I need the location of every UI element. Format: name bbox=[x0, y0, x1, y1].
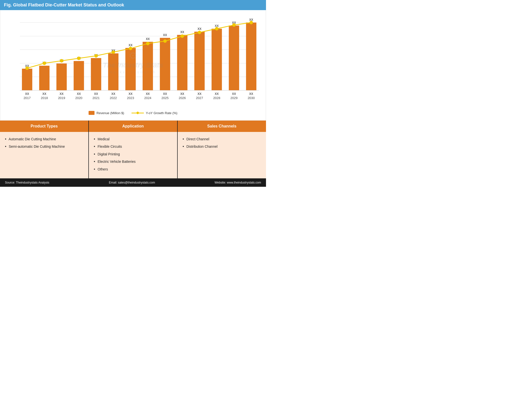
svg-text:2017: 2017 bbox=[23, 96, 31, 100]
footer: Source: Theindustrystats Analysis Email:… bbox=[0, 178, 266, 187]
svg-text:XX: XX bbox=[60, 92, 64, 96]
svg-text:XX: XX bbox=[197, 27, 201, 31]
list-item: Automatic Die Cutting Machine bbox=[5, 136, 83, 142]
svg-text:XX: XX bbox=[163, 92, 167, 96]
page-header: Fig. Global Flatbed Die-Cutter Market St… bbox=[0, 0, 266, 10]
svg-text:XX: XX bbox=[129, 43, 133, 47]
dot-2027 bbox=[198, 31, 201, 34]
legend-bar-icon bbox=[89, 111, 95, 115]
svg-text:XX: XX bbox=[197, 92, 201, 96]
svg-text:XX: XX bbox=[129, 92, 133, 96]
dot-2029 bbox=[232, 23, 235, 26]
svg-text:2020: 2020 bbox=[75, 96, 82, 100]
dot-2024 bbox=[146, 42, 149, 45]
dot-2017 bbox=[26, 67, 29, 70]
dot-2020 bbox=[77, 57, 80, 60]
svg-text:2021: 2021 bbox=[93, 96, 100, 100]
list-item: Distribution Channel bbox=[183, 144, 261, 149]
legend-revenue: Revenue (Million $) bbox=[89, 111, 124, 115]
svg-text:XX: XX bbox=[25, 92, 29, 96]
svg-text:2025: 2025 bbox=[161, 96, 169, 100]
dot-2025 bbox=[164, 40, 167, 42]
legend-growth: Y-oY Growth Rate (%) bbox=[132, 111, 177, 115]
dot-2018 bbox=[43, 62, 46, 65]
svg-text:2030: 2030 bbox=[248, 96, 255, 100]
product-types-body: Automatic Die Cutting Machine Semi-autom… bbox=[0, 132, 88, 178]
svg-text:2028: 2028 bbox=[213, 96, 220, 100]
svg-text:2026: 2026 bbox=[179, 96, 186, 100]
bar-2025 bbox=[160, 38, 170, 90]
svg-text:XX: XX bbox=[215, 92, 219, 96]
svg-text:XX: XX bbox=[180, 92, 184, 96]
list-item: Semi-automatic Die Cutting Machine bbox=[5, 144, 83, 149]
svg-text:2024: 2024 bbox=[144, 96, 151, 100]
chart-container: ⚙ The Industry Stats market research XX … bbox=[5, 15, 261, 109]
svg-text:XX: XX bbox=[42, 92, 46, 96]
bar-2028 bbox=[211, 29, 222, 90]
dot-2028 bbox=[215, 27, 218, 30]
bar-2020 bbox=[74, 61, 84, 90]
list-item: Digital Printing bbox=[94, 151, 172, 157]
chart-legend: Revenue (Million $) Y-oY Growth Rate (%) bbox=[5, 109, 261, 118]
list-item: Direct Channel bbox=[183, 136, 261, 142]
svg-text:XX: XX bbox=[146, 92, 150, 96]
legend-dot-icon bbox=[136, 112, 139, 114]
dot-2022 bbox=[112, 51, 115, 54]
list-item: Electric Vehicle Batteries bbox=[94, 159, 172, 164]
bar-2018 bbox=[39, 66, 50, 90]
svg-text:2023: 2023 bbox=[127, 96, 134, 100]
bottom-section: Product Types Automatic Die Cutting Mach… bbox=[0, 121, 266, 178]
dot-2019 bbox=[60, 59, 63, 62]
list-item: Others bbox=[94, 167, 172, 172]
bar-2029 bbox=[229, 25, 239, 90]
dot-2030 bbox=[250, 21, 253, 24]
product-types-list: Automatic Die Cutting Machine Semi-autom… bbox=[5, 136, 83, 149]
bar-2030 bbox=[246, 22, 256, 90]
list-item: Flexible Circuits bbox=[94, 144, 172, 149]
svg-text:XX: XX bbox=[94, 92, 98, 96]
application-card: Application Medical Flexible Circuits Di… bbox=[89, 121, 177, 178]
svg-text:XX: XX bbox=[77, 92, 81, 96]
sales-channels-list: Direct Channel Distribution Channel bbox=[183, 136, 261, 149]
footer-source: Source: Theindustrystats Analysis bbox=[5, 181, 49, 184]
sales-channels-header: Sales Channels bbox=[178, 121, 266, 132]
dot-2023 bbox=[129, 47, 132, 50]
svg-text:XX: XX bbox=[111, 92, 115, 96]
bar-2019 bbox=[57, 63, 67, 90]
legend-revenue-label: Revenue (Million $) bbox=[96, 111, 124, 115]
application-body: Medical Flexible Circuits Digital Printi… bbox=[89, 132, 177, 178]
bar-2023 bbox=[125, 48, 136, 90]
svg-text:2022: 2022 bbox=[110, 96, 117, 100]
svg-text:2018: 2018 bbox=[41, 96, 48, 100]
svg-text:2019: 2019 bbox=[58, 96, 65, 100]
svg-text:2029: 2029 bbox=[230, 96, 238, 100]
footer-email: Email: sales@theindustrystats.com bbox=[109, 181, 155, 184]
bar-2027 bbox=[194, 32, 205, 90]
svg-text:XX: XX bbox=[146, 37, 150, 41]
dot-2026 bbox=[181, 35, 184, 38]
bar-2024 bbox=[143, 42, 153, 90]
sales-channels-body: Direct Channel Distribution Channel bbox=[178, 132, 266, 178]
dot-2021 bbox=[95, 54, 97, 57]
sales-channels-card: Sales Channels Direct Channel Distributi… bbox=[178, 121, 266, 178]
bar-2021 bbox=[91, 58, 101, 90]
svg-text:XX: XX bbox=[163, 33, 167, 37]
svg-text:XX: XX bbox=[249, 92, 253, 96]
legend-growth-label: Y-oY Growth Rate (%) bbox=[146, 111, 177, 115]
svg-text:XX: XX bbox=[180, 30, 184, 34]
bar-2017 bbox=[22, 69, 32, 90]
list-item: Medical bbox=[94, 136, 172, 142]
application-list: Medical Flexible Circuits Digital Printi… bbox=[94, 136, 172, 172]
page-title: Fig. Global Flatbed Die-Cutter Market St… bbox=[4, 2, 124, 7]
product-types-header: Product Types bbox=[0, 121, 88, 132]
product-types-card: Product Types Automatic Die Cutting Mach… bbox=[0, 121, 88, 178]
svg-text:2027: 2027 bbox=[196, 96, 203, 100]
legend-line-icon bbox=[132, 113, 136, 113]
application-header: Application bbox=[89, 121, 177, 132]
chart-area: ⚙ The Industry Stats market research XX … bbox=[0, 10, 266, 121]
svg-text:XX: XX bbox=[232, 92, 236, 96]
bar-2022 bbox=[108, 53, 118, 90]
footer-website: Website: www.theindustrystats.com bbox=[214, 181, 261, 184]
chart-svg: XX XX XX XX XX XX XX XX XX XX XX XX XX bbox=[5, 15, 261, 109]
bar-2026 bbox=[177, 35, 188, 90]
